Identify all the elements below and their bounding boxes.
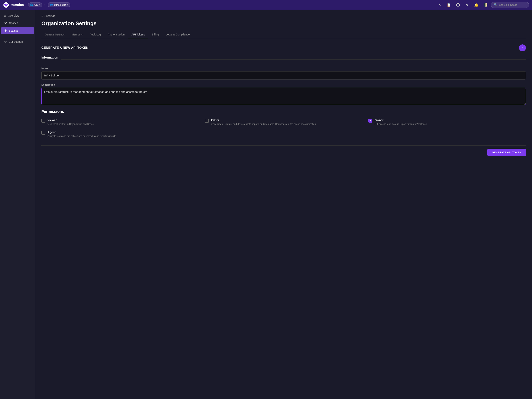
sidebar-item-settings[interactable]: ⚙ Settings [1, 27, 34, 34]
viewer-desc: View most content in Organization and Sp… [47, 122, 94, 126]
form-title: GENERATE A NEW API TOKEN [41, 46, 89, 50]
tabs: General Settings Members Audit Log Authe… [41, 31, 526, 38]
breadcrumb-separator: › [44, 14, 45, 17]
page-title: Organization Settings [41, 20, 526, 26]
section-divider [61, 59, 526, 60]
sidebar-item-overview[interactable]: ⌂ Overview [1, 12, 34, 19]
editor-checkbox[interactable] [205, 119, 209, 123]
top-navigation: mondoo 🌐 US ▾ › 👥 Lunalectric ▾ ☀ 📋 ❖ 🔔 … [0, 0, 532, 10]
tab-audit-log[interactable]: Audit Log [86, 31, 104, 38]
name-label: Name [41, 67, 526, 70]
owner-desc: Full access to all data in Organization … [374, 122, 427, 126]
unchecked-box[interactable] [41, 119, 45, 123]
editor-label: Editor [211, 118, 317, 122]
logo-text: mondoo [11, 3, 24, 7]
description-label: Description [41, 83, 526, 86]
permission-editor: Editor View, create, update, and delete … [205, 118, 362, 126]
home-icon: ⌂ [4, 14, 6, 17]
sidebar-item-label: Settings [9, 29, 19, 32]
form-footer: GENERATE API TOKEN [41, 146, 526, 156]
permissions-title: Permissions [41, 109, 526, 114]
nav-separator: › [44, 3, 45, 7]
globe-icon: 🌐 [30, 3, 33, 6]
tab-billing[interactable]: Billing [148, 31, 162, 38]
name-field-group: Name [41, 67, 526, 80]
owner-label: Owner [374, 118, 427, 122]
sun-icon[interactable]: ☀ [437, 2, 443, 8]
permission-agent: Agent Ability to fetch and run polices a… [41, 130, 199, 138]
description-textarea[interactable]: Lets our infrastructure management autom… [41, 88, 526, 105]
logo-icon [3, 2, 9, 8]
checked-box[interactable] [368, 119, 372, 123]
viewer-checkbox[interactable] [41, 119, 45, 123]
tab-authentication[interactable]: Authentication [104, 31, 128, 38]
permission-viewer: Viewer View most content in Organization… [41, 118, 199, 126]
sidebar-item-label: Spaces [9, 22, 18, 25]
region-selector[interactable]: 🌐 US ▾ [28, 2, 42, 7]
org-label: Lunalectric [54, 3, 66, 6]
support-icon: ⊙ [4, 40, 7, 44]
org-selector[interactable]: 👥 Lunalectric ▾ [48, 2, 70, 7]
nav-icons: ☀ 📋 ❖ 🔔 🌓 [437, 2, 488, 8]
name-input[interactable] [41, 71, 526, 80]
sidebar-item-label: Overview [8, 14, 19, 17]
github-icon[interactable] [455, 2, 461, 8]
viewer-label: Viewer [47, 118, 94, 122]
content-area: ⌂ › Settings Organization Settings Gener… [35, 10, 532, 399]
sidebar-item-label: Get Support [9, 40, 23, 43]
sidebar-item-spaces[interactable]: Spaces [1, 19, 34, 27]
unchecked-box[interactable] [205, 119, 209, 123]
editor-desc: View, create, update, and delete assets,… [211, 122, 317, 126]
svg-point-5 [6, 22, 7, 23]
permission-owner: Owner Full access to all data in Organiz… [368, 118, 526, 126]
agent-checkbox[interactable] [41, 131, 45, 135]
svg-point-6 [5, 23, 6, 24]
description-field-group: Description Lets our infrastructure mana… [41, 83, 526, 106]
sidebar-item-get-support[interactable]: ⊙ Get Support [1, 38, 34, 45]
permissions-grid: Viewer View most content in Organization… [41, 118, 526, 138]
agent-label: Agent [47, 130, 116, 134]
svg-point-4 [5, 22, 6, 23]
region-label: US [34, 3, 38, 6]
tab-members[interactable]: Members [68, 31, 86, 38]
tab-api-tokens[interactable]: API Tokens [128, 31, 149, 38]
settings-icon: ⚙ [4, 29, 7, 32]
org-icon: 👥 [50, 3, 53, 6]
search-bar[interactable]: 🔍 [491, 2, 529, 8]
form-header: GENERATE A NEW API TOKEN × [41, 44, 526, 51]
permissions-section: Permissions Viewer View most content in … [41, 109, 526, 138]
agent-desc: Ability to fetch and run polices and que… [47, 134, 116, 138]
home-breadcrumb-icon[interactable]: ⌂ [41, 14, 43, 17]
information-section: Information Name Description Lets our in… [41, 56, 526, 106]
close-button[interactable]: × [519, 44, 526, 51]
tab-general-settings[interactable]: General Settings [41, 31, 68, 38]
generate-api-token-button[interactable]: GENERATE API TOKEN [487, 149, 526, 156]
theme-toggle[interactable]: 🌓 [482, 2, 488, 8]
svg-point-1 [4, 4, 6, 5]
svg-point-2 [6, 4, 8, 5]
chevron-down-icon: ▾ [67, 4, 68, 6]
svg-point-3 [5, 5, 7, 6]
slack-icon[interactable]: ❖ [464, 2, 470, 8]
chevron-down-icon: ▾ [39, 4, 40, 6]
sidebar-divider [0, 36, 35, 36]
tab-legal-compliance[interactable]: Legal & Compliance [162, 31, 193, 38]
docs-icon[interactable]: 📋 [446, 2, 452, 8]
notifications-icon[interactable]: 🔔 [473, 2, 479, 8]
information-label: Information [41, 56, 58, 59]
search-icon: 🔍 [494, 3, 497, 7]
main-layout: ⌂ Overview Spaces ⚙ Settings ⊙ Get Suppo… [0, 10, 532, 399]
logo: mondoo [3, 2, 24, 8]
search-input[interactable] [499, 3, 526, 6]
unchecked-box[interactable] [41, 131, 45, 135]
breadcrumb-current: Settings [46, 14, 55, 17]
sidebar: ⌂ Overview Spaces ⚙ Settings ⊙ Get Suppo… [0, 10, 35, 399]
breadcrumb: ⌂ › Settings [41, 14, 526, 17]
owner-checkbox[interactable] [368, 119, 372, 123]
spaces-icon [4, 21, 7, 25]
